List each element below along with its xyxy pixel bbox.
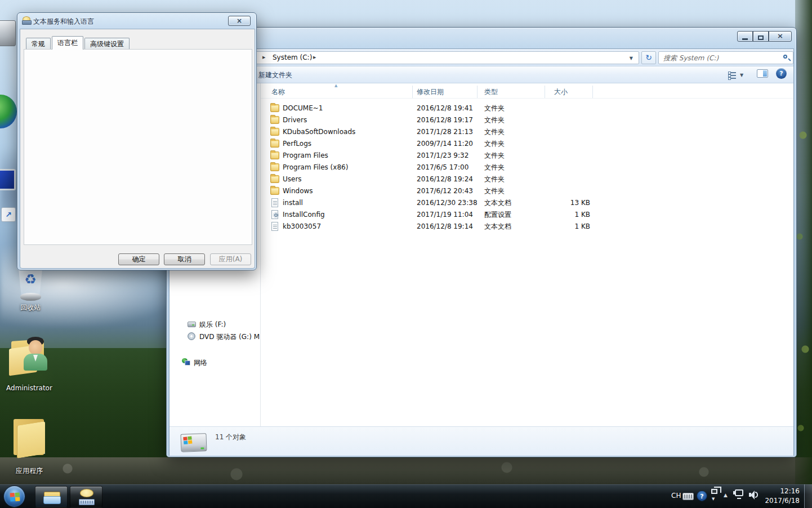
tray-clock[interactable]: 12:16 2017/6/18 <box>758 487 800 506</box>
cell-type: 文件夹 <box>484 162 505 173</box>
wallpaper-trees <box>795 0 812 485</box>
desktop-icon-administrator[interactable] <box>7 336 52 384</box>
search-input[interactable]: 搜索 System (C:) <box>658 51 793 64</box>
close-icon[interactable]: × <box>769 31 792 42</box>
folder-icon <box>270 104 279 112</box>
cell-date: 2016/12/8 19:24 <box>417 173 473 185</box>
tab-inactive[interactable]: 常规 <box>26 38 51 50</box>
title-bar[interactable] <box>167 28 797 48</box>
address-bar[interactable]: ▶ System (C:) ▶ ▼ <box>200 51 639 64</box>
show-hidden-icons-button[interactable]: ▲ <box>724 492 728 498</box>
toolbar: 新建文件夹 ▼ ? <box>169 66 793 83</box>
cell-name: Program Files <box>283 150 328 162</box>
cell-date: 2017/6/5 17:00 <box>417 162 469 173</box>
cell-date: 2016/12/8 19:17 <box>417 114 473 126</box>
nav-item-dvd-g[interactable]: DVD 驱动器 (G:) M <box>169 331 261 342</box>
cell-size: 1 KB <box>531 221 590 233</box>
minimize-button[interactable] <box>737 31 753 42</box>
table-row[interactable]: install2016/12/30 23:38文本文档13 KB <box>261 197 793 209</box>
header-divider <box>261 98 793 99</box>
recycle-bin-base <box>20 293 41 301</box>
cancel-button[interactable]: 取消 <box>164 253 205 265</box>
text-services-icon <box>22 16 31 25</box>
column-separator[interactable] <box>545 86 545 98</box>
table-row[interactable]: Drivers2016/12/8 19:17文件夹 <box>261 114 793 126</box>
column-header-size[interactable]: 大小 <box>554 86 568 98</box>
clock-date: 2017/6/18 <box>758 496 800 506</box>
text-services-dialog: 文本服务和输入语言 × 常规语言栏高级键设置 语言栏 悬浮于桌面上(F)停靠于任… <box>17 12 257 270</box>
cell-name: Windows <box>283 185 313 197</box>
breadcrumb-chevron-icon: ▶ <box>262 52 265 64</box>
tray-language-dock-icon[interactable] <box>711 489 717 494</box>
column-separator[interactable] <box>412 86 413 98</box>
table-row[interactable]: kb30030572016/12/8 19:14文本文档1 KB <box>261 221 793 233</box>
cell-date: 2009/7/14 11:20 <box>417 138 473 150</box>
nav-item-network[interactable]: 网络 <box>169 357 261 368</box>
cell-type: 文本文档 <box>484 221 511 233</box>
desktop-icon-recycle-bin[interactable]: ♻ <box>14 267 47 304</box>
table-row[interactable]: InstallConfig2017/1/19 11:04配置设置1 KB <box>261 209 793 221</box>
table-row[interactable]: Program Files2017/1/23 9:32文件夹 <box>261 150 793 162</box>
tab-active[interactable]: 语言栏 <box>52 36 83 50</box>
table-row[interactable]: Users2016/12/8 19:24文件夹 <box>261 173 793 185</box>
file-list: ▲ 名称 修改日期 类型 大小 DOCUME~12016/12/8 19:41文… <box>261 83 793 426</box>
tray-keyboard-icon[interactable] <box>682 493 694 500</box>
partial-drive-icon[interactable] <box>0 20 16 46</box>
partial-globe-icon[interactable] <box>0 95 17 128</box>
column-header-name[interactable]: 名称 <box>271 86 285 98</box>
chevron-down-icon: ▼ <box>740 73 743 78</box>
tray-language-indicator[interactable]: CH <box>671 492 681 500</box>
tab-inactive[interactable]: 高级键设置 <box>84 38 130 50</box>
close-icon[interactable]: × <box>228 16 251 26</box>
drive-icon <box>188 322 196 327</box>
breadcrumb[interactable]: System (C:) <box>273 52 312 64</box>
views-button[interactable]: ▼ <box>725 69 752 81</box>
explorer-client: ‹ › ▶ System (C:) ▶ ▼ ↻ 搜索 System (C:) 新… <box>169 48 794 456</box>
partial-monitor-icon[interactable] <box>0 169 16 190</box>
desktop-icon-apps[interactable] <box>8 417 51 467</box>
column-header-date[interactable]: 修改日期 <box>417 86 444 98</box>
cell-name: Program Files (x86) <box>283 162 348 173</box>
nav-item-drive-f[interactable]: 娱乐 (F:) <box>169 319 261 329</box>
clock-time: 12:16 <box>758 487 800 496</box>
refresh-button[interactable]: ↻ <box>641 51 656 64</box>
table-row[interactable]: PerfLogs2009/7/14 11:20文件夹 <box>261 138 793 150</box>
dialog-tabs: 常规语言栏高级键设置 <box>26 36 131 50</box>
start-button[interactable] <box>3 485 25 507</box>
table-row[interactable]: Windows2017/6/12 20:43文件夹 <box>261 185 793 197</box>
tray-help-icon[interactable]: ? <box>697 491 707 501</box>
person-head <box>29 340 42 355</box>
cell-date: 2017/1/19 11:04 <box>417 209 473 221</box>
table-row[interactable]: KDubaSoftDownloads2017/1/28 21:13文件夹 <box>261 126 793 138</box>
table-row[interactable]: DOCUME~12016/12/8 19:41文件夹 <box>261 103 793 114</box>
network-icon <box>182 358 190 366</box>
show-desktop-button[interactable] <box>804 484 812 508</box>
chevron-down-icon[interactable]: ▼ <box>712 497 715 501</box>
address-dropdown-icon[interactable]: ▼ <box>630 56 633 61</box>
partial-shortcut-icon[interactable]: ↗ <box>1 207 16 222</box>
new-folder-button[interactable]: 新建文件夹 <box>255 66 296 83</box>
column-header-type[interactable]: 类型 <box>484 86 498 98</box>
dialog-title-bar[interactable]: 文本服务和输入语言 × <box>17 13 256 30</box>
column-separator[interactable] <box>592 86 593 98</box>
cell-date: 2016/12/30 23:38 <box>417 197 478 209</box>
cell-type: 文件夹 <box>484 126 505 138</box>
cell-name: KDubaSoftDownloads <box>283 126 355 138</box>
cell-type: 文件夹 <box>484 138 505 150</box>
table-row[interactable]: Program Files (x86)2017/6/5 17:00文件夹 <box>261 162 793 173</box>
wallpaper-rocks <box>0 457 812 485</box>
taskbar-language-tool-button[interactable] <box>70 486 102 507</box>
dialog-title: 文本服务和输入语言 <box>33 17 94 26</box>
cell-type: 文件夹 <box>484 103 505 114</box>
preview-pane-button[interactable] <box>757 69 768 78</box>
ok-button[interactable]: 确定 <box>118 253 159 265</box>
taskbar-explorer-button[interactable] <box>35 486 68 507</box>
breadcrumb-chevron-icon[interactable]: ▶ <box>313 52 316 64</box>
cell-name: Drivers <box>283 114 307 126</box>
help-icon[interactable]: ? <box>776 68 787 79</box>
tray-network-icon[interactable] <box>735 489 743 496</box>
folder-icon <box>270 151 279 159</box>
cell-size: 1 KB <box>531 209 590 221</box>
maximize-button[interactable] <box>753 31 769 42</box>
column-separator[interactable] <box>477 86 478 98</box>
